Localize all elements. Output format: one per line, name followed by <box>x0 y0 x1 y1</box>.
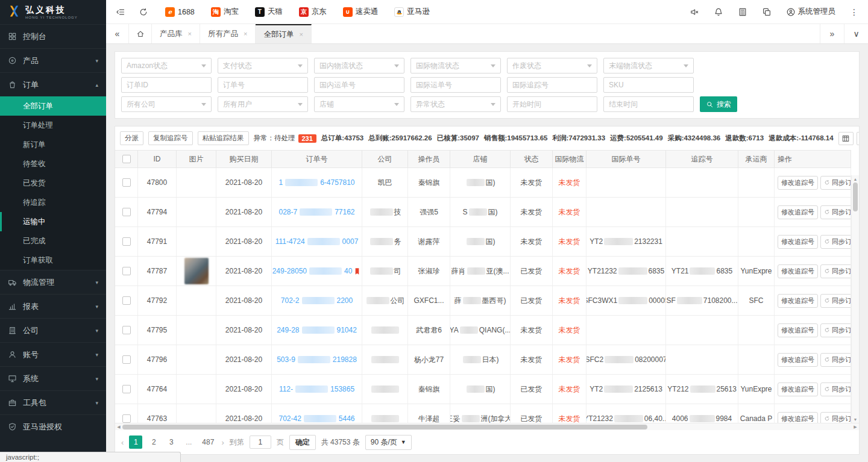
tabs-scroll-left-icon[interactable]: « <box>106 24 129 43</box>
order-no-link[interactable]: 503-9219828 <box>277 355 357 364</box>
marketplace-link-aliexpress[interactable]: ∪速卖通 <box>343 7 379 17</box>
marketplace-link-jd[interactable]: 京京东 <box>299 7 327 17</box>
sidebar-item-order-fetch[interactable]: 订单获取 <box>0 251 106 270</box>
page-number[interactable]: 1 <box>129 435 142 449</box>
tab-all-products[interactable]: 所有产品× <box>200 24 256 43</box>
user-select-select[interactable]: 所有用户 <box>218 96 308 112</box>
order-no-link[interactable]: 111-47240007 <box>275 237 359 246</box>
sidebar-item-accounts[interactable]: 账号▾ <box>0 342 106 366</box>
edit-tracking-button[interactable]: 修改追踪号 <box>778 264 818 278</box>
goto-page-input[interactable] <box>250 435 271 449</box>
tab-product-library[interactable]: 产品库× <box>152 24 200 43</box>
sidebar-item-pending-receipt[interactable]: 待签收 <box>0 154 106 173</box>
edit-tracking-button[interactable]: 修改追踪号 <box>778 382 818 396</box>
sync-order-button[interactable]: 同步订单 <box>820 382 851 396</box>
sidebar-item-amazon-auth[interactable]: 亚马逊授权 <box>0 414 106 439</box>
edit-tracking-button[interactable]: 修改追踪号 <box>778 294 818 308</box>
tab-close-icon[interactable]: × <box>188 30 192 37</box>
marketplace-link-tmall[interactable]: T天猫 <box>255 7 283 17</box>
sync-order-button[interactable]: 同步订单 <box>820 323 851 337</box>
domestic-logistics-status-select[interactable]: 国内物流状态 <box>314 58 404 73</box>
vertical-scroll-thumb[interactable] <box>853 183 858 211</box>
paste-tracking-result-button[interactable]: 粘贴追踪结果 <box>198 131 249 145</box>
search-button[interactable]: 搜索 <box>700 96 737 112</box>
sidebar-item-completed[interactable]: 已完成 <box>0 231 106 251</box>
table-columns-button[interactable] <box>838 132 854 145</box>
next-page-icon[interactable]: › <box>221 438 224 447</box>
user-menu[interactable]: 系统管理员 <box>786 7 836 17</box>
sync-order-button[interactable]: 同步订单 <box>820 294 851 308</box>
sync-order-button[interactable]: 同步订单 <box>820 412 851 423</box>
tab-close-icon[interactable]: × <box>299 31 303 38</box>
sync-order-button[interactable]: 同步订单 <box>820 176 851 190</box>
sidebar-item-shipped[interactable]: 已发货 <box>0 173 106 193</box>
sidebar-item-pending-tracking[interactable]: 待追踪 <box>0 193 106 212</box>
tab-all-orders[interactable]: 全部订单× <box>256 24 311 43</box>
tab-close-icon[interactable]: × <box>244 30 247 37</box>
select-all-checkbox[interactable] <box>122 155 131 163</box>
scroll-down-icon[interactable]: ▼ <box>854 416 858 423</box>
order-no-link[interactable]: 16-4757810 <box>278 178 354 187</box>
sidebar-item-all-orders[interactable]: 全部订单 <box>0 96 106 116</box>
dispatch-button[interactable]: 分派 <box>120 131 143 145</box>
end-time-input[interactable] <box>603 96 694 112</box>
tabs-scroll-right-icon[interactable]: » <box>820 24 844 43</box>
edit-tracking-button[interactable]: 修改追踪号 <box>778 205 818 219</box>
scroll-right-icon[interactable]: ▶ <box>852 425 859 429</box>
mute-icon[interactable] <box>690 7 699 17</box>
flag-icon[interactable] <box>353 267 361 275</box>
exception-count-badge[interactable]: 231 <box>298 134 316 143</box>
pay-status-select[interactable]: 支付状态 <box>218 58 308 73</box>
row-checkbox[interactable] <box>122 178 131 187</box>
horizontal-scroll-thumb[interactable] <box>122 425 647 429</box>
edit-tracking-button[interactable]: 修改追踪号 <box>778 235 818 249</box>
marketplace-link-taobao[interactable]: 淘淘宝 <box>211 7 239 17</box>
sync-order-button[interactable]: 同步订单 <box>820 264 851 278</box>
sidebar-item-toolbox[interactable]: 工具包▾ <box>0 390 106 414</box>
sidebar-item-orders[interactable]: 订单▴ <box>0 72 106 96</box>
void-status-select[interactable]: 作废状态 <box>507 58 597 73</box>
refresh-icon[interactable] <box>139 7 148 17</box>
sidebar-collapse-icon[interactable] <box>116 7 125 17</box>
marketplace-link-amazon[interactable]: a亚马逊 <box>394 7 430 17</box>
sidebar-item-logistics[interactable]: 物流管理▾ <box>0 270 106 294</box>
company-select-select[interactable]: 所有公司 <box>121 96 212 112</box>
row-checkbox[interactable] <box>122 355 131 364</box>
copy-tracking-button[interactable]: 复制追踪号 <box>148 131 193 145</box>
sidebar-item-system[interactable]: 系统▾ <box>0 366 106 390</box>
prev-page-icon[interactable]: ‹ <box>121 438 124 447</box>
edit-tracking-button[interactable]: 修改追踪号 <box>778 176 818 190</box>
order-no-link[interactable]: 249-2805040 <box>272 267 362 275</box>
row-checkbox[interactable] <box>122 414 131 423</box>
edit-tracking-button[interactable]: 修改追踪号 <box>778 353 818 367</box>
order-no-input[interactable] <box>218 77 308 93</box>
sidebar-item-company[interactable]: 公司▾ <box>0 318 106 342</box>
sku-input[interactable] <box>603 77 694 93</box>
clone-icon[interactable] <box>762 7 772 17</box>
intl-logistics-status-select[interactable]: 国际物流状态 <box>410 58 501 73</box>
bell-icon[interactable] <box>714 7 723 17</box>
sidebar-item-products[interactable]: 产品▾ <box>0 48 106 72</box>
scroll-up-icon[interactable]: ▲ <box>854 175 858 183</box>
sidebar-item-new-orders[interactable]: 新订单 <box>0 135 106 154</box>
page-number[interactable]: 2 <box>148 435 160 449</box>
kebab-menu-icon[interactable]: ⋮ <box>850 7 858 17</box>
sync-order-button[interactable]: 同步订单 <box>820 235 851 249</box>
tabs-dropdown-icon[interactable]: ∨ <box>844 24 868 43</box>
sync-order-button[interactable]: 同步订单 <box>820 353 851 367</box>
order-id-input[interactable] <box>121 77 212 93</box>
row-checkbox[interactable] <box>122 237 131 246</box>
last-mile-status-select[interactable]: 末端物流状态 <box>603 58 694 73</box>
sync-order-button[interactable]: 同步订单 <box>820 205 851 219</box>
start-time-input[interactable] <box>507 96 597 112</box>
exception-status-select[interactable]: 异常状态 <box>410 96 501 112</box>
row-checkbox[interactable] <box>122 208 131 216</box>
shop-select-select[interactable]: 店铺 <box>314 96 404 112</box>
export-button[interactable] <box>857 132 860 145</box>
page-number[interactable]: 487 <box>200 435 216 449</box>
product-thumbnail[interactable] <box>184 258 209 284</box>
order-no-link[interactable]: 702-22200 <box>281 296 353 305</box>
calculator-icon[interactable] <box>738 7 747 17</box>
order-no-link[interactable]: 702-425446 <box>278 414 354 423</box>
marketplace-link-1688[interactable]: e1688 <box>165 7 195 17</box>
